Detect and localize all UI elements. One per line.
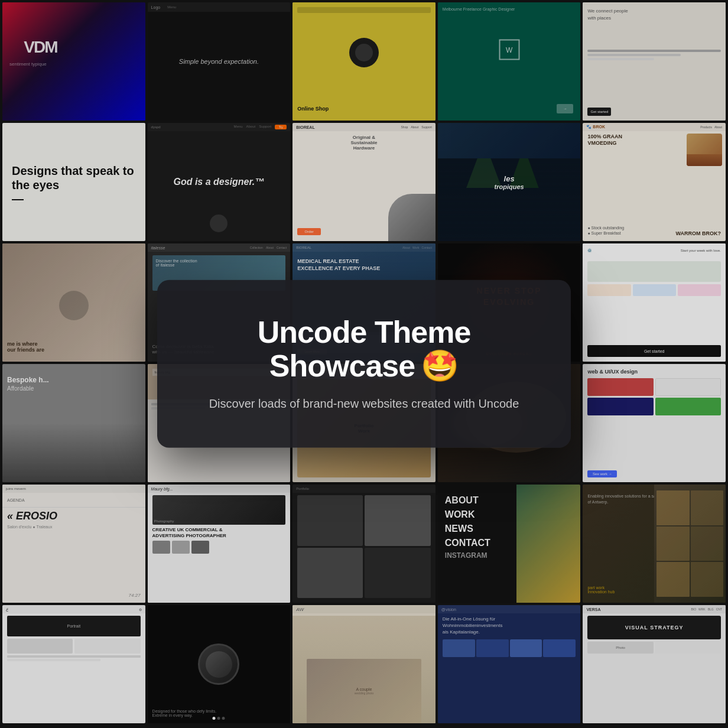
grid-cell-8: BIOREAL Shop About Support Original & Su…	[292, 123, 436, 241]
grid-cell-24: ABOUT WORK NEWS CONTACT INSTAGRAM	[438, 485, 581, 603]
modal-overlay: Uncode Theme Showcase🤩 Discover loads of…	[157, 280, 571, 448]
grid-cell-20: web & UI/UX design See work →	[583, 364, 726, 482]
grid-cell-27: Designed for those who defy limits.Extre…	[148, 605, 291, 723]
grid-cell-28: AW A couple wedding photo	[292, 605, 436, 723]
grid-cell-7: dyspd Menu About Support Try God is a de…	[148, 123, 291, 241]
grid-cell-29: @vision Die All-in-One Lösung fürWohnimm…	[438, 605, 581, 723]
grid-cell-5: We connect people with places Get starte…	[583, 2, 726, 121]
grid-cell-16: Bespoke h... Affordable	[2, 364, 145, 482]
grid-cell-23: Portfolio	[292, 485, 436, 603]
grid-cell-21: juins movem AGENDA « EROSIO Salon d'excl…	[2, 485, 145, 603]
modal-emoji: 🤩	[421, 349, 459, 383]
grid-cell-4: Melbourne Freelance Graphic Designer W →	[438, 2, 581, 121]
grid-cell-26: ع ⚙ Portrait	[2, 605, 145, 723]
grid-cell-11: me is whereour friends are	[2, 243, 145, 362]
grid-cell-1: VDM sentiment typique	[2, 2, 145, 121]
modal-subtitle: Discover loads of brand-new websites cre…	[199, 395, 529, 412]
grid-cell-25: Enabling innovative solutions for a safe…	[583, 485, 726, 603]
grid-cell-30: VERSA BIO WRK BLG CNT VISUAL STRATEGY Ph…	[583, 605, 726, 723]
grid-cell-10: 🐾 BROK Products About 100% GRAANVMOEDING…	[583, 123, 726, 241]
grid-cell-3: Online Shop	[292, 2, 436, 121]
grid-cell-2: Logo Menu Simple beyond expectation.	[148, 2, 291, 121]
grid-cell-6: Designs that speak to the eyes	[2, 123, 145, 241]
grid-cell-22: Maury bfg... Photography CREATIVE UK COM…	[148, 485, 291, 603]
modal-title: Uncode Theme Showcase🤩	[199, 316, 529, 383]
grid-cell-15: ⚙️ Start your week with love. Get starte…	[583, 243, 726, 362]
grid-cell-9: les tropiques	[438, 123, 581, 241]
